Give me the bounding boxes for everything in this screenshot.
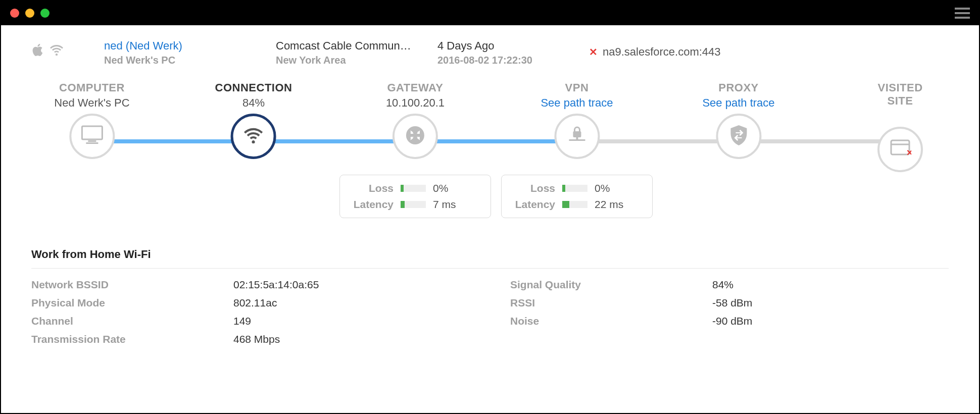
node-visited-sub	[876, 110, 924, 123]
user-link[interactable]: ned (Ned Werk)	[104, 39, 256, 53]
svg-text:✕: ✕	[906, 148, 911, 157]
node-computer[interactable]	[69, 114, 115, 159]
maximize-window-button[interactable]	[40, 9, 50, 18]
isp-location: New York Area	[276, 55, 417, 66]
wifi-icon	[243, 127, 264, 145]
detail-row: Network BSSID02:15:5a:14:0a:65	[31, 276, 470, 294]
detail-row: Transmission Rate468 Mbps	[31, 330, 470, 348]
vpn-loss-bar	[562, 185, 587, 192]
svg-rect-0	[82, 126, 102, 139]
gateway-stats: Loss 0% Latency 7 ms	[339, 175, 491, 218]
close-window-button[interactable]	[10, 9, 19, 18]
gateway-loss-bar	[401, 185, 426, 192]
node-gateway[interactable]	[393, 114, 438, 159]
visited-site-host: na9.salesforce.com:443	[603, 45, 721, 59]
error-x-icon: ✕	[589, 46, 598, 58]
node-proxy-label: PROXY	[702, 81, 774, 94]
apple-icon	[31, 43, 43, 59]
vpn-loss-value: 0%	[595, 182, 610, 194]
svg-rect-8	[573, 131, 581, 137]
menu-button[interactable]	[955, 8, 970, 19]
gateway-icon	[405, 125, 425, 147]
traffic-lights	[10, 9, 50, 18]
node-gateway-sub: 10.100.20.1	[386, 96, 445, 110]
node-gateway-label: GATEWAY	[386, 81, 445, 94]
vpn-stats: Loss 0% Latency 22 ms	[501, 175, 653, 218]
detail-row: Physical Mode802.11ac	[31, 294, 470, 312]
node-connection[interactable]	[231, 114, 276, 159]
node-connection-sub: 84%	[215, 96, 292, 110]
lock-network-icon	[566, 125, 588, 147]
svg-rect-2	[86, 142, 98, 144]
node-visited-label: VISITED SITE	[876, 81, 924, 108]
shield-arrows-icon	[728, 124, 749, 148]
age-label: 4 Days Ago	[437, 39, 569, 53]
path-graph: COMPUTER Ned Werk's PC CONNECTION 84% GA…	[31, 81, 949, 192]
details-section: Work from Home Wi-Fi Network BSSID02:15:…	[31, 248, 949, 348]
vpn-latency-label: Latency	[510, 198, 555, 211]
details-col-left: Network BSSID02:15:5a:14:0a:65 Physical …	[31, 276, 470, 348]
window-titlebar	[1, 1, 979, 25]
details-title: Work from Home Wi-Fi	[31, 248, 949, 269]
svg-rect-1	[88, 140, 96, 142]
node-connection-label: CONNECTION	[215, 81, 292, 94]
vpn-latency-bar	[562, 201, 587, 208]
isp-name: Comcast Cable Commun…	[276, 39, 417, 53]
vpn-loss-label: Loss	[510, 182, 555, 194]
vpn-latency-value: 22 ms	[595, 198, 623, 211]
node-vpn[interactable]	[554, 114, 600, 159]
user-machine: Ned Werk's PC	[104, 55, 256, 66]
node-computer-sub: Ned Werk's PC	[54, 96, 129, 110]
node-visited[interactable]: ✕	[877, 127, 923, 172]
gateway-latency-label: Latency	[348, 198, 394, 211]
detail-row: Signal Quality84%	[510, 276, 949, 294]
node-vpn-label: VPN	[541, 81, 613, 94]
details-col-right: Signal Quality84% RSSI-58 dBm Noise-90 d…	[510, 276, 949, 348]
node-vpn-link[interactable]: See path trace	[541, 96, 613, 110]
monitor-icon	[81, 125, 103, 147]
minimize-window-button[interactable]	[25, 9, 34, 18]
svg-rect-10	[576, 137, 578, 140]
detail-row: RSSI-58 dBm	[510, 294, 949, 312]
gateway-latency-value: 7 ms	[433, 198, 456, 211]
gateway-latency-bar	[401, 201, 426, 208]
wifi-icon	[50, 44, 64, 58]
header-row: ned (Ned Werk) Ned Werk's PC Comcast Cab…	[31, 39, 949, 66]
gateway-loss-value: 0%	[433, 182, 448, 194]
detail-row: Noise-90 dBm	[510, 312, 949, 330]
svg-point-3	[406, 126, 424, 144]
node-proxy[interactable]	[716, 114, 761, 159]
node-computer-label: COMPUTER	[54, 81, 129, 94]
browser-error-icon: ✕	[889, 138, 911, 161]
node-proxy-link[interactable]: See path trace	[702, 96, 774, 110]
detail-row: Channel149	[31, 312, 470, 330]
age-timestamp: 2016-08-02 17:22:30	[437, 55, 569, 66]
gateway-loss-label: Loss	[348, 182, 394, 194]
